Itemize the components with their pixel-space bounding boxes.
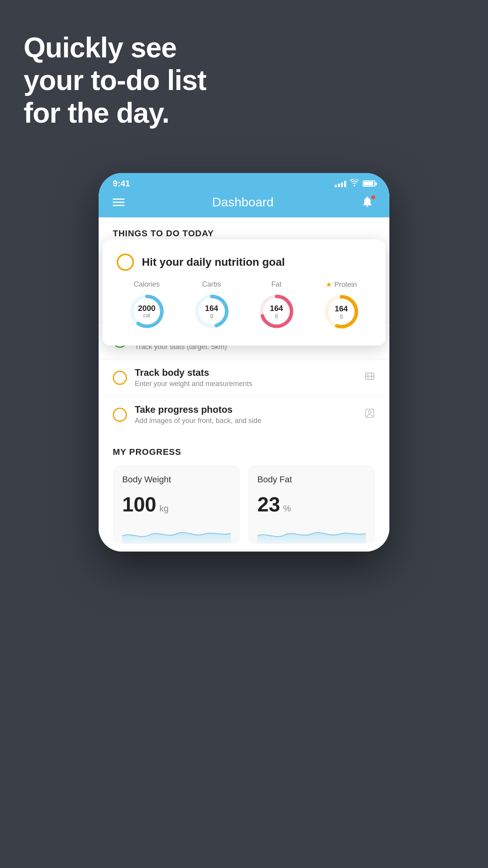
todo-subtitle: Add images of your front, back, and side — [135, 417, 356, 425]
todo-text: Take progress photos Add images of your … — [135, 404, 356, 425]
donut-chart: 164 g — [257, 292, 296, 331]
card-circle-check — [117, 254, 134, 271]
card-title-row: Hit your daily nutrition goal — [117, 254, 371, 271]
hamburger-menu[interactable] — [113, 199, 125, 206]
floating-card: Hit your daily nutrition goal Calories 2… — [103, 239, 385, 346]
todo-title: Track body stats — [135, 367, 356, 378]
nutrition-goals: Calories 2000 cal Carbs 164 g — [117, 280, 371, 331]
battery-icon — [363, 180, 375, 187]
nutrition-item: Carbs 164 g — [192, 280, 231, 331]
nutrition-item: Fat 164 g — [257, 280, 296, 331]
progress-card-title: Body Fat — [257, 474, 366, 485]
todo-circle — [113, 371, 127, 385]
donut-chart: 164 g — [192, 292, 231, 331]
progress-section: MY PROGRESS Body Weight 100 kg Body Fat — [99, 433, 389, 552]
nutrition-item: ★ Protein 164 g — [322, 280, 361, 331]
todo-title: Take progress photos — [135, 404, 356, 415]
progress-cards: Body Weight 100 kg Body Fat 23 % — [113, 465, 375, 544]
donut-chart: 2000 cal — [127, 292, 167, 331]
progress-chart — [257, 524, 366, 544]
todo-item[interactable]: Take progress photos Add images of your … — [99, 396, 389, 433]
todo-item[interactable]: Track body stats Enter your weight and m… — [99, 359, 389, 396]
hero-line3: for the day. — [24, 97, 206, 129]
todo-text: Track body stats Enter your weight and m… — [135, 367, 356, 388]
phone-content: THINGS TO DO TODAY Hit your daily nutrit… — [99, 217, 389, 552]
nutrition-item: Calories 2000 cal — [127, 280, 167, 331]
progress-unit: kg — [160, 504, 169, 514]
nutrition-label: Fat — [271, 280, 281, 289]
todo-action-icon — [364, 371, 375, 384]
progress-chart — [122, 524, 231, 544]
hero-text: Quickly see your to-do list for the day. — [24, 31, 206, 129]
todo-circle — [113, 408, 127, 422]
todo-area: Hit your daily nutrition goal Calories 2… — [99, 243, 389, 433]
status-bar: 9:41 — [99, 173, 389, 191]
star-icon: ★ — [326, 280, 332, 289]
notification-dot — [371, 195, 375, 199]
progress-card[interactable]: Body Weight 100 kg — [113, 465, 240, 544]
todo-action-icon — [364, 408, 375, 421]
hero-line1: Quickly see — [24, 31, 206, 64]
status-time: 9:41 — [113, 178, 130, 189]
svg-point-10 — [369, 410, 371, 413]
progress-card[interactable]: Body Fat 23 % — [248, 465, 375, 544]
progress-value: 23 — [257, 493, 280, 516]
card-title: Hit your daily nutrition goal — [142, 256, 285, 268]
todo-subtitle: Enter your weight and measurements — [135, 380, 356, 388]
nutrition-label: Carbs — [202, 280, 221, 289]
wifi-icon — [350, 179, 359, 188]
bell-button[interactable] — [361, 195, 375, 210]
nutrition-label: Calories — [134, 280, 160, 289]
status-icons — [335, 179, 375, 188]
progress-title: MY PROGRESS — [113, 447, 375, 457]
nav-title: Dashboard — [212, 195, 274, 210]
donut-chart: 164 g — [322, 292, 361, 331]
phone-mockup: 9:41 Dashboard — [99, 173, 389, 552]
progress-unit: % — [283, 504, 291, 514]
nutrition-label: ★ Protein — [326, 280, 357, 289]
signal-icon — [335, 180, 346, 187]
progress-card-title: Body Weight — [122, 474, 231, 485]
nav-bar: Dashboard — [99, 191, 389, 217]
progress-value: 100 — [122, 493, 156, 516]
hero-line2: your to-do list — [24, 64, 206, 97]
